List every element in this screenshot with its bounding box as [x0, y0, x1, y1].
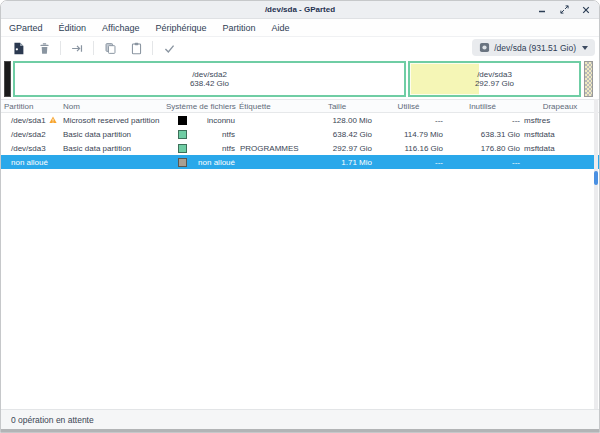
device-selector[interactable]: /dev/sda (931.51 Gio) [472, 39, 595, 56]
filesystem-cell: ntfs [164, 130, 238, 139]
scrollbar-thumb[interactable] [594, 171, 598, 185]
partition-label: PROGRAMMES [238, 144, 301, 153]
partition-unused: --- [444, 116, 521, 125]
column-header-size[interactable]: Taille [301, 102, 373, 111]
partition-size: 1.71 Mio [301, 158, 373, 167]
column-header-filesystem[interactable]: Système de fichiers [164, 102, 238, 111]
partition-size: 292.97 Gio [301, 144, 373, 153]
disk-segment-sda1[interactable] [4, 61, 11, 97]
toolbar-separator [93, 41, 94, 55]
partition-table-header: Partition Nom Système de fichiers Étique… [1, 99, 599, 113]
paste-icon [130, 42, 143, 55]
table-row[interactable]: /dev/sda1 Microsoft reserved partition i… [1, 113, 599, 127]
partition-unused: 176.80 Gio [444, 144, 521, 153]
filesystem-cell: non alloué [164, 158, 238, 167]
partition-path: non alloué [11, 158, 48, 167]
close-icon[interactable] [581, 5, 591, 15]
partition-size: 638.42 Gio [301, 130, 373, 139]
fs-type: inconnu [207, 116, 235, 125]
segment-size-label: 292.97 Gio [475, 79, 514, 89]
partition-used: --- [373, 158, 444, 167]
partition-path: /dev/sda2 [11, 130, 46, 139]
fs-swatch [178, 158, 187, 167]
column-header-used[interactable]: Utilisé [373, 102, 444, 111]
pending-operations-text: 0 opération en attente [11, 415, 94, 425]
partition-unused: 638.31 Gio [444, 130, 521, 139]
statusbar: 0 opération en attente [1, 409, 599, 429]
fs-type: ntfs [222, 144, 235, 153]
column-header-label[interactable]: Étiquette [238, 102, 301, 111]
apply-operations-button[interactable] [156, 39, 182, 57]
scrollbar-track[interactable] [594, 99, 598, 409]
new-partition-icon [12, 42, 25, 55]
disk-visual-bar: /dev/sda2 638.42 Gio /dev/sda3 292.97 Gi… [1, 59, 599, 99]
disk-segment-sda2[interactable]: /dev/sda2 638.42 Gio [13, 61, 406, 97]
new-partition-button[interactable] [5, 39, 31, 57]
partition-path: /dev/sda3 [11, 144, 46, 153]
menu-view[interactable]: Affichage [102, 23, 139, 33]
menu-gparted[interactable]: GParted [9, 23, 43, 33]
table-row[interactable]: /dev/sda2 Basic data partition ntfs 638.… [1, 127, 599, 141]
partition-used: --- [373, 116, 444, 125]
titlebar: /dev/sda - GParted [1, 1, 599, 19]
partition-name: Basic data partition [61, 144, 164, 153]
partition-used: 114.79 Mio [373, 130, 444, 139]
menu-edit[interactable]: Édition [59, 23, 87, 33]
minimize-icon[interactable] [537, 5, 547, 15]
fs-swatch [178, 130, 187, 139]
gparted-window: /dev/sda - GParted GParted Édition Affic… [0, 0, 600, 433]
table-row[interactable]: /dev/sda3 Basic data partition ntfs PROG… [1, 141, 599, 155]
fs-swatch [178, 144, 187, 153]
partition-path: /dev/sda1 [11, 116, 46, 125]
filesystem-cell: ntfs [164, 144, 238, 153]
table-empty-area [1, 169, 599, 409]
filesystem-cell: inconnu [164, 116, 238, 125]
delete-partition-button[interactable] [31, 39, 57, 57]
fs-swatch [178, 116, 187, 125]
column-header-name[interactable]: Nom [61, 102, 164, 111]
menu-device[interactable]: Périphérique [155, 23, 206, 33]
maximize-icon[interactable] [559, 5, 569, 15]
table-row[interactable]: non alloué non alloué 1.71 Mio --- --- [1, 155, 599, 169]
column-header-unused[interactable]: Inutilisé [444, 102, 521, 111]
partition-flags: msftdata [521, 130, 599, 139]
column-header-flags[interactable]: Drapeaux [521, 102, 599, 111]
device-selector-label: /dev/sda (931.51 Gio) [494, 43, 576, 53]
window-title: /dev/sda - GParted [265, 5, 335, 14]
disk-icon [479, 42, 490, 53]
resize-arrow-icon [70, 42, 84, 55]
window-controls [537, 1, 591, 18]
partition-flags: msftres [521, 116, 599, 125]
menu-help[interactable]: Aide [272, 23, 290, 33]
fs-type: ntfs [222, 130, 235, 139]
partition-size: 128.00 Mio [301, 116, 373, 125]
toolbar-separator [60, 41, 61, 55]
toolbar: /dev/sda (931.51 Gio) [1, 37, 599, 59]
copy-partition-button[interactable] [97, 39, 123, 57]
partition-used: 116.16 Gio [373, 144, 444, 153]
warning-icon [49, 116, 57, 124]
disk-segment-sda3[interactable]: /dev/sda3 292.97 Gio [408, 61, 581, 97]
partition-name: Microsoft reserved partition [61, 116, 164, 125]
partition-name: Basic data partition [61, 130, 164, 139]
segment-size-label: 638.42 Gio [190, 79, 229, 89]
menu-partition[interactable]: Partition [222, 23, 255, 33]
column-header-partition[interactable]: Partition [1, 102, 61, 111]
partition-table-body: /dev/sda1 Microsoft reserved partition i… [1, 113, 599, 169]
partition-flags: msftdata [521, 144, 599, 153]
menubar: GParted Édition Affichage Périphérique P… [1, 19, 599, 37]
partition-unused: --- [444, 158, 521, 167]
disk-segment-unallocated[interactable] [584, 61, 593, 97]
window-bottom-edge [1, 429, 599, 432]
resize-move-button[interactable] [64, 39, 90, 57]
segment-device-label: /dev/sda3 [477, 70, 512, 80]
copy-icon [104, 42, 117, 55]
trash-icon [38, 42, 51, 55]
checkmark-icon [163, 42, 176, 55]
segment-device-label: /dev/sda2 [192, 70, 227, 80]
toolbar-separator [152, 41, 153, 55]
paste-partition-button[interactable] [123, 39, 149, 57]
fs-type: non alloué [198, 158, 235, 167]
chevron-down-icon [582, 46, 588, 50]
